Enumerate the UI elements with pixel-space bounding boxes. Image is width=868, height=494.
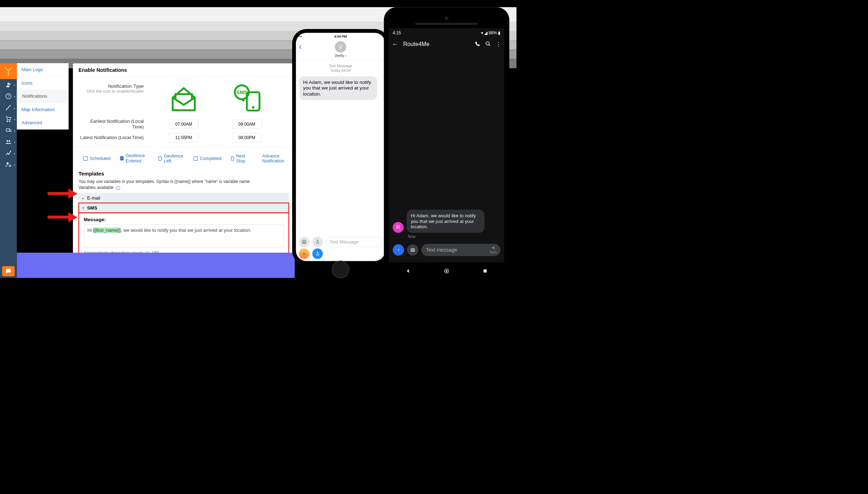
accordion-sms-head[interactable]: ▾ SMS bbox=[79, 203, 289, 213]
nav-recents-icon[interactable] bbox=[482, 268, 488, 275]
checkbox-icon bbox=[120, 156, 124, 160]
app-logo[interactable] bbox=[0, 63, 17, 79]
nav-settings-users[interactable]: ▸ bbox=[0, 159, 17, 170]
tab-geofence-entered[interactable]: Geofence Entered bbox=[115, 151, 154, 166]
tab-label: Next Stop bbox=[236, 153, 248, 163]
nav-shipments[interactable]: ▸ bbox=[0, 125, 17, 136]
contact-avatar[interactable]: V bbox=[335, 41, 346, 53]
add-attachment-button[interactable]: ＋ bbox=[393, 244, 404, 255]
status-bar: 4:15 ▾ ◢ 98% ▮ bbox=[389, 28, 504, 38]
system-nav-bar bbox=[389, 266, 504, 277]
checkbox-icon bbox=[83, 156, 88, 161]
timestamp-now: Now bbox=[408, 234, 415, 239]
email-earliest-input[interactable] bbox=[169, 120, 198, 129]
appstore-icon[interactable] bbox=[312, 237, 323, 247]
tab-advance-notification[interactable]: Advance Notification bbox=[257, 151, 294, 166]
tab-geofence-left[interactable]: Geofence Left bbox=[154, 151, 189, 166]
home-button[interactable] bbox=[332, 261, 349, 278]
incoming-sms-bubble[interactable]: Hi Adam, we would like to notify you tha… bbox=[299, 76, 377, 100]
svg-point-17 bbox=[446, 270, 447, 272]
nav-chat[interactable] bbox=[2, 266, 15, 276]
earliest-row: Earliest Notification (Local Time) bbox=[73, 117, 294, 131]
nav-back-icon[interactable] bbox=[405, 268, 411, 275]
tab-next-stop[interactable]: Next Stop bbox=[226, 151, 253, 166]
search-icon[interactable] bbox=[485, 41, 491, 47]
nav-users[interactable]: ▸ bbox=[0, 79, 17, 91]
accordion-label: SMS bbox=[87, 205, 97, 211]
menu-main-logo[interactable]: Main Logo bbox=[17, 63, 69, 76]
app-window: ▸ ? ▸ ▸ ▸ ▸ ▸ ▸ ▸ bbox=[0, 63, 295, 278]
menu-icons[interactable]: Icons bbox=[17, 76, 69, 90]
notification-tabs: Scheduled Geofence Entered Geofence Left… bbox=[73, 147, 294, 166]
phone-speaker bbox=[415, 23, 478, 25]
incoming-sms-bubble[interactable]: Hi Adam, we would like to notify you tha… bbox=[407, 210, 485, 233]
nav-home-icon[interactable] bbox=[444, 268, 449, 275]
menu-notifications[interactable]: Notifications bbox=[17, 90, 69, 103]
templates-heading: Templates bbox=[79, 171, 289, 177]
nav-team[interactable]: ▸ bbox=[0, 136, 17, 147]
vars-label: Variables available bbox=[79, 185, 114, 190]
chat-icon bbox=[5, 268, 12, 275]
email-channel-toggle[interactable] bbox=[152, 84, 215, 115]
message-input[interactable]: Text message SMS bbox=[421, 244, 500, 256]
svg-text:SMS: SMS bbox=[236, 90, 247, 95]
nav-analytics[interactable]: ▸ bbox=[0, 148, 17, 159]
menu-advanced[interactable]: Advanced bbox=[17, 116, 69, 129]
svg-point-14 bbox=[486, 42, 489, 45]
variables-available: Variables available i bbox=[79, 185, 289, 190]
tab-label: Advance Notification bbox=[262, 153, 290, 163]
envelope-icon bbox=[168, 84, 199, 115]
caret-icon: ▸ bbox=[14, 107, 16, 109]
contact-avatar[interactable]: R bbox=[393, 222, 404, 233]
caret-icon: ▸ bbox=[14, 140, 16, 143]
back-chevron-icon[interactable]: ‹ bbox=[299, 42, 302, 52]
tab-label: Scheduled bbox=[89, 156, 110, 161]
caret-icon: ▸ bbox=[14, 95, 16, 98]
route-icon bbox=[5, 104, 12, 111]
accordion-email-head[interactable]: ▸ E-mail bbox=[79, 193, 289, 203]
tab-completed[interactable]: Completed bbox=[189, 151, 226, 166]
sms-earliest-input[interactable] bbox=[232, 120, 261, 129]
placeholder: Text message bbox=[426, 247, 457, 253]
overflow-menu-icon[interactable]: ⋮ bbox=[496, 41, 501, 47]
info-icon[interactable]: i bbox=[116, 186, 120, 190]
camera-icon[interactable] bbox=[299, 237, 309, 247]
template-variable: {{first_name}} bbox=[93, 228, 121, 233]
analytics-icon bbox=[5, 150, 12, 156]
svg-point-6 bbox=[9, 140, 10, 142]
message-header: ‹ V Verify › bbox=[296, 40, 385, 60]
menu-map-information[interactable]: Map Information bbox=[17, 103, 69, 116]
shipment-icon bbox=[5, 127, 12, 133]
tab-scheduled[interactable]: Scheduled bbox=[79, 151, 115, 166]
message-input[interactable]: Text Message bbox=[326, 237, 382, 247]
notification-type-row: Notification Type click the icon to enab… bbox=[73, 77, 294, 117]
sms-phone-icon: SMS bbox=[231, 84, 262, 115]
battery-level: 98% bbox=[488, 30, 497, 35]
svg-point-5 bbox=[7, 140, 8, 142]
sms-message-input[interactable]: Hi {{first_name}}, we would like to noti… bbox=[84, 224, 284, 247]
nav-routes[interactable]: ▸ bbox=[0, 102, 17, 113]
caret-right-icon: ▸ bbox=[82, 196, 84, 200]
message-input-bar: Text Message bbox=[296, 235, 385, 249]
appstore-app-icon[interactable] bbox=[312, 248, 323, 259]
sms-latest-input[interactable] bbox=[232, 133, 261, 142]
checkbox-icon bbox=[231, 156, 234, 161]
send-button[interactable]: SMS bbox=[490, 246, 497, 254]
signal-icon: ▪▪▪ bbox=[298, 35, 302, 39]
email-latest-input[interactable] bbox=[169, 133, 198, 142]
nav-orders[interactable]: ▸ bbox=[0, 113, 17, 125]
svg-point-10 bbox=[252, 106, 254, 109]
wifi-icon: ▾ bbox=[481, 30, 483, 35]
svg-point-15 bbox=[412, 249, 413, 251]
back-arrow-icon[interactable]: ← bbox=[392, 41, 398, 48]
sms-channel-toggle[interactable]: SMS bbox=[215, 84, 279, 115]
android-screen: 4:15 ▾ ◢ 98% ▮ ← Route4Me ⋮ R Hi Adam, w… bbox=[389, 28, 504, 263]
notifications-panel: Enable Notifications Notification Type c… bbox=[73, 63, 295, 275]
nav-help[interactable]: ? ▸ bbox=[0, 91, 17, 102]
caret-icon: ▸ bbox=[14, 118, 16, 121]
phone-call-icon[interactable] bbox=[475, 41, 480, 47]
type-hint: click the icon to enable/disable bbox=[79, 89, 144, 94]
camera-button[interactable] bbox=[407, 244, 418, 255]
contact-name[interactable]: Verify › bbox=[335, 53, 346, 58]
photos-app-icon[interactable]: ✿ bbox=[299, 248, 309, 259]
